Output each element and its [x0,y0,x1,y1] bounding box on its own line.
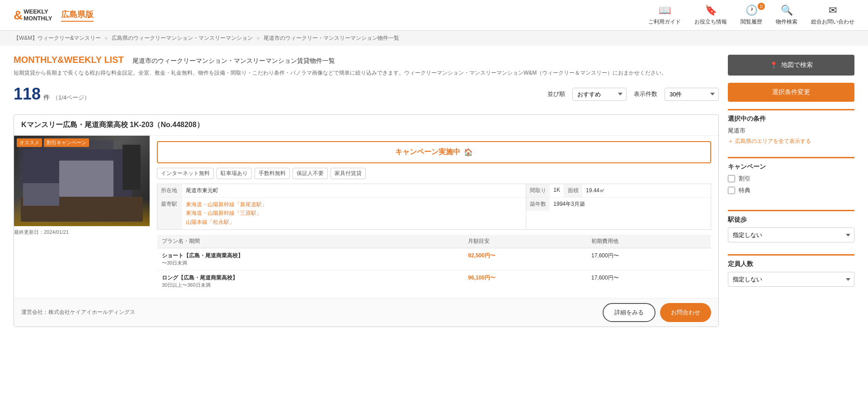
page-heading-desc: 短期賃貸から長期まで長くなる程お得な料金設定。全室、敷金・礼金無料。物件を設備・… [14,69,719,77]
sidebar-campaign-content: 割引 特典 [728,175,854,203]
results-page: （1/4ページ） [52,94,90,102]
plan2-name: ロング【広島・尾道商業高校】 [162,274,459,282]
discount-checkbox[interactable] [728,175,735,182]
sidebar-section-capacity: 定員人数 指定しない [728,254,854,291]
property-details: キャンペーン実施中 🏠 インターネット無料 駐車場あり 手数料無料 保証人不要 … [150,136,718,298]
station-line-2[interactable]: 東海道・山陽新幹線「三原駅」 [186,209,267,218]
year-value: 1994年3月築 [550,198,588,211]
sidebar-condition-title: 選択中の条件 [728,110,854,127]
bonus-label: 特典 [739,186,750,194]
property-card-body: オススメ 割引キャンペーン 最終更新日：2024/01/21 [14,135,718,298]
clock-icon: 🕐 [745,5,758,16]
plan-row-1: ショート【広島・尾道商業高校】 〜30日未満 92,500円〜 17,600円〜 [157,248,711,270]
plans-col3: 初期費用他 [587,234,711,248]
sort-area: 並び順 おすすめ 表示件数 30件 [547,88,719,101]
sidebar-walk-title: 駅徒歩 [728,211,854,227]
results-label: 件 [43,94,50,102]
sort-label: 並び順 [547,90,565,98]
nav-contact-label: 総合お問い合わせ [811,18,854,26]
capacity-select[interactable]: 指定しない [728,272,854,287]
display-label: 表示件数 [634,90,657,98]
footer-btns: 詳細をみる お問合わせ [603,303,711,322]
nav-guide[interactable]: 📖 ご利用ガイド [648,5,681,26]
nav-search-label: 物件検索 [776,18,797,26]
nav-search[interactable]: 🔍 物件検索 [776,5,797,26]
results-number: 118 [14,85,41,104]
sort-select[interactable]: おすすめ [572,88,627,101]
page-heading-title: MONTHLY&WEEKLY LIST [14,55,124,65]
area-label: 面積 [564,184,582,197]
sidebar-area-link[interactable]: ＋ 広島県のエリアを全て表示する [728,137,854,145]
plan1-period: 〜30日未満 [162,260,459,266]
plan-row-2: ロング【広島・尾道商業高校】 30日以上〜360日未満 96,100円〜 17,… [157,270,711,292]
bonus-checkbox[interactable] [728,187,735,194]
station-line-1[interactable]: 東海道・山陽新幹線「新尾道駅」 [186,200,267,209]
property-card: Kマンスリー広島・尾道商業高校 1K-203（No.448208） オススメ 割… [14,114,719,327]
sidebar-section-condition: 選択中の条件 尾道市 ＋ 広島県のエリアを全て表示する [728,109,854,150]
nav-info-label: お役立ち情報 [694,18,727,26]
property-image[interactable]: オススメ 割引キャンペーン [14,136,150,226]
contact-button[interactable]: お問合わせ [660,303,711,322]
nav-history-label: 閲覧履歴 [741,18,762,26]
property-update: 最終更新日：2024/01/21 [14,226,150,236]
region-title[interactable]: 広島県版 [61,9,94,22]
walk-select[interactable]: 指定しない [728,227,854,242]
map-btn-label: 地図で検索 [781,61,813,69]
badge-osusume: オススメ [17,138,42,147]
plan1-monthly: 92,500円〜 [463,248,587,270]
logo-ampersand: & [14,8,23,23]
header-left: & WEEKLY MONTHLY 広島県版 [14,8,94,23]
logo-text: WEEKLY MONTHLY [24,9,52,22]
detail-button[interactable]: 詳細をみる [603,303,656,322]
change-condition-button[interactable]: 選択条件変更 [728,83,854,102]
plans-col1: プラン名・期間 [157,234,464,248]
sidebar-campaign-title: キャンペーン [728,158,854,175]
amenity-tags: インターネット無料 駐車場あり 手数料無料 保証人不要 家具付賃貸 [157,168,711,179]
amenity-fee: 手数料無料 [255,168,290,179]
sidebar-section-walk: 駅徒歩 指定しない [728,210,854,247]
campaign-icon: 🏠 [464,148,473,156]
map-pin-icon: 📍 [770,62,778,69]
mail-icon: ✉ [829,5,837,16]
sidebar-current-area: 尾道市 [728,127,854,135]
map-search-button[interactable]: 📍 地図で検索 [728,55,854,76]
campaign-banner[interactable]: キャンペーン実施中 🏠 [157,141,711,163]
bookmark-icon: 🔖 [705,5,717,16]
plus-icon: ＋ [728,137,733,145]
plans-col2: 月額目安 [463,234,587,248]
plans-table: プラン名・期間 月額目安 初期費用他 ショート【広島・尾道商業高校】 〜30日未… [157,234,711,293]
amenity-guarantor: 保証人不要 [292,168,328,179]
plan2-monthly: 96,100円〜 [463,270,587,292]
change-btn-label: 選択条件変更 [772,88,810,95]
breadcrumb-sep-1: ＞ [104,34,109,42]
property-badges: オススメ 割引キャンペーン [14,136,92,150]
nav-info[interactable]: 🔖 お役立ち情報 [694,5,727,26]
amenity-furniture: 家具付賃貸 [330,168,366,179]
content-area: MONTHLY&WEEKLY LIST 尾道市のウィークリーマンション・マンスリ… [14,55,719,336]
discount-label: 割引 [739,175,750,183]
location-label: 所在地 [157,184,182,197]
guide-icon: 📖 [659,5,671,16]
station-value: 東海道・山陽新幹線「新尾道駅」 東海道・山陽新幹線「三原駅」 山陽本線「松永駅」 [182,198,271,229]
breadcrumb-item-2[interactable]: 広島県のウィークリーマンション・マンスリーマンション [112,34,253,42]
station-label: 最寄駅 [157,198,182,229]
breadcrumb: 【W&M】ウィークリー&マンスリー ＞ 広島県のウィークリーマンション・マンスリ… [0,31,868,46]
breadcrumb-item-3: 尾道市のウィークリー・マンスリーマンション物件一覧 [264,34,399,42]
display-select[interactable]: 30件 [665,88,719,101]
plan2-period: 30日以上〜360日未満 [162,282,459,289]
badge-campaign: 割引キャンペーン [44,138,89,147]
nav-contact[interactable]: ✉ 総合お問い合わせ [811,5,854,26]
breadcrumb-item-1[interactable]: 【W&M】ウィークリー&マンスリー [14,34,101,42]
breadcrumb-sep-2: ＞ [255,34,261,42]
sidebar-walk-content: 指定しない [728,227,854,247]
layout-value: 1K [550,184,564,197]
page-heading-sub: 尾道市のウィークリーマンション・マンスリーマンション賃貸物件一覧 [132,57,335,64]
sidebar: 📍 地図で検索 選択条件変更 選択中の条件 尾道市 ＋ 広島県のエリアを全て表示… [728,55,854,336]
info-grid: 所在地 尾道市東元町 最寄駅 東海道・山陽新幹線「新尾道駅」 東海道・山陽新幹線… [157,184,711,230]
logo[interactable]: & WEEKLY MONTHLY [14,8,52,23]
nav-guide-label: ご利用ガイド [648,18,681,26]
nav-history[interactable]: 🕐 0 閲覧履歴 [741,5,762,26]
station-line-3[interactable]: 山陽本線「松永駅」 [186,218,267,227]
plan1-name: ショート【広島・尾道商業高校】 [162,252,459,260]
amenity-parking: 駐車場あり [217,168,252,179]
